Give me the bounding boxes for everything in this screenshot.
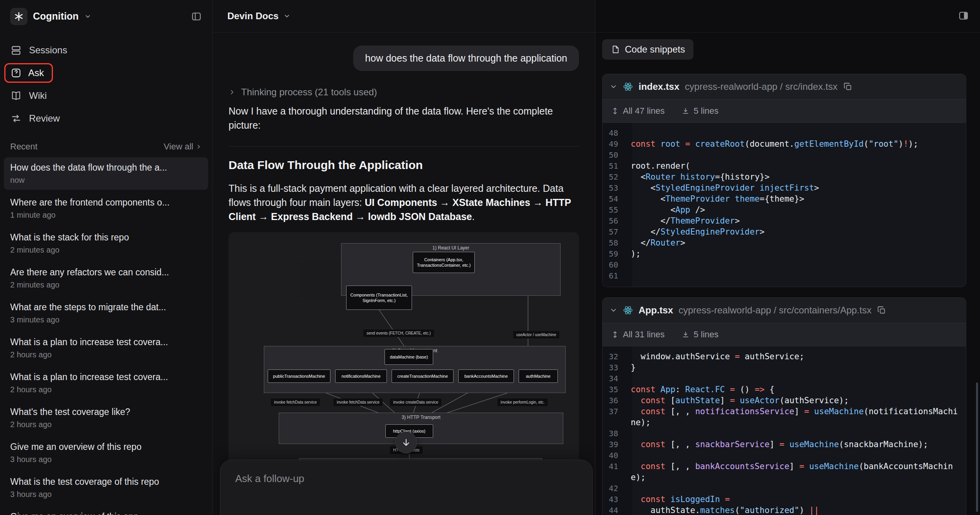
view-all-link[interactable]: View all (164, 142, 202, 152)
code-card-header[interactable]: index.tsx cypress-realworld-app / src/in… (603, 74, 966, 99)
selected-lines-toggle[interactable]: 5 lines (682, 329, 719, 340)
code-cards: index.tsx cypress-realworld-app / src/in… (602, 74, 966, 515)
expand-lines-icon (611, 107, 619, 115)
recent-session-item[interactable]: How does the data flow through the a... … (4, 157, 208, 190)
recent-session-item[interactable]: What is the test coverage of this repo 3… (4, 471, 208, 504)
recent-session-item[interactable]: Give me an overview of this repo 3 hours… (4, 437, 208, 469)
recent-session-time: 3 minutes ago (10, 315, 202, 324)
code-line: 54 <ThemeProvider theme={theme}> (603, 193, 966, 204)
review-icon (10, 113, 22, 124)
diagram-node-machine: publicTransactionsMachine (268, 369, 330, 383)
sidebar-collapse-icon[interactable] (191, 11, 202, 22)
recent-session-item[interactable]: Where are the frontend components o... 1… (4, 192, 208, 225)
answer-heading: Data Flow Through the Application (229, 158, 579, 172)
code-line: 32 window.authService = authService; (603, 351, 966, 362)
code-snippet-card: index.tsx cypress-realworld-app / src/in… (602, 74, 966, 287)
collapse-lines-icon (682, 331, 690, 338)
chevron-right-icon (196, 144, 202, 150)
code-line: 35const App: React.FC = () => { (603, 384, 966, 395)
collapse-lines-icon (682, 107, 690, 115)
cognition-logo-icon[interactable] (10, 8, 27, 25)
recent-session-item[interactable]: What is the stack for this repo 2 minute… (4, 227, 208, 260)
code-line: 48 (603, 127, 966, 138)
code-line: 43 const isLoggedIn = (603, 494, 966, 505)
recent-session-title: What is the stack for this repo (10, 232, 202, 243)
code-line: 36 const [authState] = useActor(authServ… (603, 395, 966, 406)
sidebar-item-label: Review (29, 113, 60, 124)
code-line: 39 const [, , snackbarService] = useMach… (603, 439, 966, 450)
recent-session-time: 2 hours ago (10, 420, 202, 429)
recent-session-time: 2 minutes ago (10, 246, 202, 255)
chevron-down-icon (84, 13, 91, 20)
sidebar-item-wiki[interactable]: Wiki (0, 84, 212, 107)
panel-scrollbar[interactable] (976, 382, 978, 512)
all-lines-toggle[interactable]: All 47 lines (611, 106, 664, 116)
user-message-bubble: how does the data flow through the appli… (353, 45, 579, 71)
recent-session-item[interactable]: What is a plan to increase test covera..… (4, 367, 208, 399)
main-area: Devin Docs how does the data flow throug… (212, 0, 595, 515)
recent-session-item[interactable]: What are the steps to migrate the dat...… (4, 297, 208, 329)
code-card-toolbar: All 47 lines 5 lines (603, 99, 966, 123)
recent-session-item[interactable]: Are there any refactors we can consid...… (4, 262, 208, 295)
recent-session-time: 2 hours ago (10, 385, 202, 394)
all-lines-toggle[interactable]: All 31 lines (611, 329, 664, 340)
sidebar-item-review[interactable]: Review (0, 107, 212, 130)
code-line: 42 (603, 483, 966, 494)
diagram-node-containers: Containers (App.tsx, TransactionsContain… (413, 252, 475, 273)
recent-session-time: now (10, 176, 202, 185)
section-divider (229, 146, 579, 147)
code-card-filename: App.tsx (639, 305, 673, 316)
code-snippets-tab[interactable]: Code snippets (602, 39, 693, 60)
chevron-down-icon (610, 306, 617, 314)
code-line: 33} (603, 362, 966, 373)
chevron-right-icon (229, 89, 236, 96)
main-header: Devin Docs (212, 0, 595, 33)
sidebar-header: Cognition (0, 0, 212, 33)
code-snippets-icon (611, 45, 620, 54)
chevron-down-icon (610, 83, 617, 91)
arrow-down-icon (401, 437, 411, 448)
recent-session-time: 1 minute ago (10, 211, 202, 220)
react-icon (623, 82, 633, 92)
code-line: 41 const [, , bankAccountsService] = use… (603, 461, 966, 483)
workspace-selector[interactable]: Devin Docs (227, 11, 279, 22)
sidebar-item-sessions[interactable]: Sessions (0, 39, 212, 62)
code-line: 50 (603, 149, 966, 160)
recent-list: How does the data flow through the a... … (0, 157, 212, 515)
recent-session-item[interactable]: Give me an overview of this app 3 hours … (4, 506, 208, 515)
recent-session-item[interactable]: What's the test coverage like? 2 hours a… (4, 402, 208, 434)
recent-session-title: Are there any refactors we can consid... (10, 267, 202, 278)
code-block[interactable]: 4849const root = createRoot(document.get… (603, 123, 966, 287)
code-line: 44 authState.matches("authorized") || (603, 505, 966, 515)
code-line: 51root.render( (603, 160, 966, 171)
copy-icon[interactable] (877, 306, 886, 315)
sidebar-item-ask[interactable]: Ask (0, 62, 212, 84)
panel-toggle-icon[interactable] (958, 10, 969, 21)
diagram-label-send-events: send events (FETCH, CREATE, etc.) (363, 329, 434, 337)
diagram-label-invoke: invoke fetchData service (334, 399, 383, 406)
code-snippet-card: App.tsx cypress-realworld-app / src/cont… (602, 297, 966, 515)
recent-session-title: Where are the frontend components o... (10, 197, 202, 208)
code-line: 57 </StyledEngineProvider> (603, 226, 966, 237)
sidebar-nav: Sessions Ask Wiki Review (0, 39, 212, 130)
scroll-to-bottom-button[interactable] (395, 431, 417, 453)
code-card-filename: index.tsx (639, 81, 679, 92)
selected-lines-toggle[interactable]: 5 lines (682, 106, 719, 116)
code-line: 56 </ThemeProvider> (603, 215, 966, 226)
brand-name[interactable]: Cognition (33, 11, 79, 22)
recent-session-item[interactable]: What is a plan to increase test covera..… (4, 332, 208, 364)
all-lines-label: All 31 lines (623, 329, 664, 340)
code-block[interactable]: 32 window.authService = authService;33}3… (603, 346, 966, 515)
diagram-label-invoke: invoke createData service (390, 399, 441, 406)
copy-icon[interactable] (843, 82, 853, 91)
diagram-label-useactor: useActor / useMachine (513, 331, 559, 338)
sidebar: Cognition Sessions Ask (0, 0, 212, 515)
all-lines-label: All 47 lines (623, 106, 664, 116)
recent-session-time: 2 minutes ago (10, 280, 202, 289)
code-card-toolbar: All 31 lines 5 lines (603, 323, 966, 346)
thinking-process-toggle[interactable]: Thinking process (21 tools used) (229, 87, 579, 98)
sidebar-item-label: Wiki (29, 90, 47, 101)
followup-input[interactable] (220, 460, 592, 497)
sidebar-item-label: Ask (28, 67, 44, 78)
code-card-header[interactable]: App.tsx cypress-realworld-app / src/cont… (603, 298, 966, 323)
